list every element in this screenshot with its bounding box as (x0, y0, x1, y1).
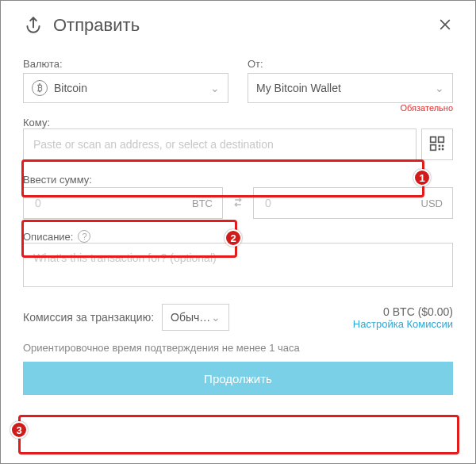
to-label: Кому: (23, 117, 50, 128)
crypto-amount-input[interactable] (33, 196, 192, 210)
modal-title-wrap: Отправить (23, 15, 437, 36)
fee-priority-select[interactable]: Обыч… ⌄ (162, 304, 229, 331)
svg-rect-0 (431, 136, 436, 142)
fiat-amount-input[interactable] (263, 196, 421, 210)
currency-label: Валюта: (23, 58, 228, 70)
crypto-amount-box: BTC (23, 187, 223, 219)
recipient-address-input[interactable] (23, 128, 416, 160)
fee-amount: 0 BTC ($0.00) (353, 305, 453, 318)
description-label: Описание: (23, 231, 73, 243)
from-selected: My Bitcoin Wallet (256, 82, 341, 94)
modal-body: Валюта: ₿ Bitcoin ⌄ От: My Bitcoin Walle… (1, 58, 475, 408)
qr-icon (429, 136, 445, 154)
from-wallet-select[interactable]: My Bitcoin Wallet ⌄ (248, 73, 453, 103)
chevron-down-icon: ⌄ (211, 311, 221, 324)
annotation-box-3 (18, 415, 459, 454)
close-icon[interactable] (437, 17, 453, 35)
from-label: От: (248, 58, 453, 70)
swap-arrow-icon (231, 195, 245, 212)
fee-priority-value: Обыч… (171, 311, 210, 324)
send-icon (23, 15, 44, 36)
chevron-down-icon: ⌄ (435, 82, 444, 94)
send-modal: Отправить Валюта: ₿ Bitcoin ⌄ От: My Bit… (0, 0, 476, 464)
svg-rect-2 (431, 144, 436, 150)
continue-button-label: Продолжить (204, 372, 272, 385)
bitcoin-icon: ₿ (32, 80, 48, 96)
annotation-badge-3: 3 (10, 421, 28, 439)
fiat-amount-box: USD (253, 187, 453, 219)
svg-rect-4 (442, 144, 444, 147)
fee-settings-link[interactable]: Настройка Комиссии (353, 318, 453, 330)
crypto-suffix: BTC (192, 197, 213, 209)
help-icon[interactable]: ? (78, 230, 90, 243)
modal-header: Отправить (1, 1, 475, 47)
required-badge: Обязательно (401, 103, 454, 113)
svg-rect-3 (439, 144, 441, 147)
fiat-suffix: USD (421, 197, 443, 209)
fee-label: Комиссия за транзакцию: (23, 311, 154, 324)
continue-button[interactable]: Продолжить (23, 362, 453, 395)
description-textarea[interactable] (23, 243, 453, 287)
currency-select[interactable]: ₿ Bitcoin ⌄ (23, 73, 228, 103)
svg-rect-6 (442, 148, 444, 150)
modal-title: Отправить (53, 15, 140, 36)
amount-label: Ввести сумму: (23, 174, 92, 186)
qr-scan-button[interactable] (421, 128, 453, 160)
chevron-down-icon: ⌄ (210, 82, 220, 94)
svg-rect-1 (439, 136, 444, 142)
currency-selected: Bitcoin (54, 82, 87, 94)
confirmation-eta: Ориентировочное время подтверждения не м… (23, 342, 453, 354)
svg-rect-5 (439, 148, 441, 150)
